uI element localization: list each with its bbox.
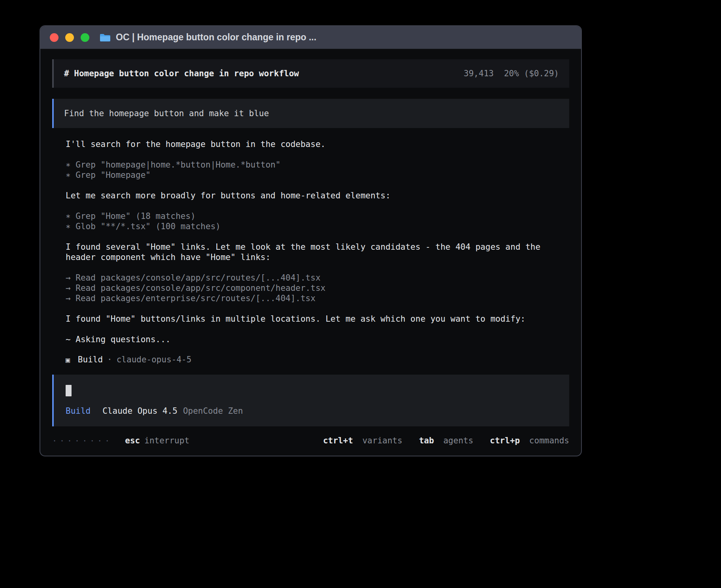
shortcut-agents: tab agents (419, 436, 473, 445)
shortcut-key-esc: esc (125, 436, 140, 445)
status-bar-left: ········ esc interrupt (52, 436, 189, 445)
folder-icon (100, 33, 111, 42)
shortcut-label-variants: variants (362, 436, 402, 445)
close-button[interactable] (50, 33, 59, 42)
status-bar: ········ esc interrupt ctrl+t variants t… (52, 436, 569, 445)
terminal-window: OC | Homepage button color change in rep… (40, 25, 582, 456)
agent-status-line: ▣ Build · claude-opus-4-5 (66, 355, 569, 364)
status-bar-right: ctrl+t variants tab agents ctrl+p comman… (306, 436, 569, 445)
window-title: OC | Homepage button color change in rep… (116, 32, 316, 43)
session-header: # Homepage button color change in repo w… (52, 59, 569, 88)
session-stats: 39,41320% ($0.29) (464, 69, 559, 78)
minimize-button[interactable] (65, 33, 74, 42)
input-mode[interactable]: Build (66, 406, 91, 416)
user-message-text: Find the homepage button and make it blu… (64, 109, 269, 118)
context-usage: 20% ($0.29) (504, 69, 559, 78)
tool-call-grep: ∗ Grep "Home" (18 matches) (66, 211, 569, 221)
text-cursor (66, 385, 72, 396)
user-message: Find the homepage button and make it blu… (52, 99, 569, 128)
shortcut-label-interrupt: interrupt (144, 436, 189, 445)
input-provider: OpenCode Zen (183, 406, 243, 416)
token-count: 39,413 (464, 69, 494, 78)
assistant-text: Let me search more broadly for buttons a… (66, 190, 569, 201)
agent-separator: · (107, 355, 112, 364)
tool-call-read: → Read packages/console/app/src/routes/[… (66, 273, 569, 283)
shortcut-variants: ctrl+t variants (323, 436, 402, 445)
shortcut-key-ctrl-p: ctrl+p (490, 436, 520, 445)
prompt-input[interactable]: Build Claude Opus 4.5 OpenCode Zen (52, 375, 569, 426)
input-model[interactable]: Claude Opus 4.5 (102, 406, 177, 416)
shortcut-label-commands: commands (529, 436, 569, 445)
agent-icon: ▣ (66, 356, 70, 364)
shortcut-key-ctrl-t: ctrl+t (323, 436, 353, 445)
assistant-text: I found several "Home" links. Let me loo… (66, 242, 569, 262)
spinner-dots: ········ (52, 436, 112, 445)
agent-name: Build (78, 355, 103, 364)
assistant-text: I'll search for the homepage button in t… (66, 139, 569, 149)
zoom-button[interactable] (81, 33, 89, 42)
terminal-content: # Homepage button color change in repo w… (40, 49, 581, 456)
assistant-transcript: I'll search for the homepage button in t… (66, 139, 569, 345)
assistant-status-text: ~ Asking questions... (66, 334, 569, 345)
window-titlebar[interactable]: OC | Homepage button color change in rep… (40, 26, 581, 49)
shortcut-commands: ctrl+p commands (490, 436, 569, 445)
assistant-text: I found "Home" buttons/links in multiple… (66, 314, 569, 324)
tool-call-grep: ∗ Grep "Homepage" (66, 170, 569, 180)
traffic-lights (50, 33, 89, 42)
input-meta: Build Claude Opus 4.5 OpenCode Zen (66, 406, 557, 416)
shortcut-key-tab: tab (419, 436, 434, 445)
session-title: # Homepage button color change in repo w… (64, 69, 299, 78)
shortcut-label-agents: agents (443, 436, 473, 445)
tool-call-grep: ∗ Grep "homepage|home.*button|Home.*butt… (66, 160, 569, 170)
agent-model: claude-opus-4-5 (117, 355, 192, 364)
tool-call-read: → Read packages/console/app/src/componen… (66, 283, 569, 293)
tool-call-glob: ∗ Glob "**/*.tsx" (100 matches) (66, 221, 569, 232)
tool-call-read: → Read packages/enterprise/src/routes/[.… (66, 293, 569, 303)
